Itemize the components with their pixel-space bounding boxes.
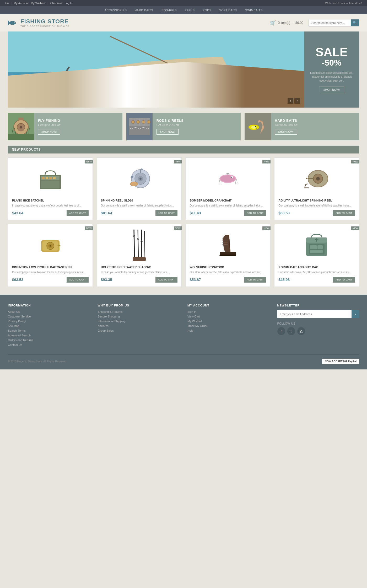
product-image-5[interactable] [101, 228, 177, 262]
product-name-4: DIMENSION LOW PROFILE BAITCAST REEL [12, 266, 89, 269]
footer-info-title: INFORMATION [8, 304, 90, 307]
product-desc-4: Our company is a well-known leader of fi… [12, 270, 89, 274]
footer: INFORMATION About Us Customer Service Pr… [0, 295, 367, 369]
product-footer-1: $81.64 ADD TO CART [101, 210, 177, 216]
product-price-5: $93.35 [101, 278, 112, 282]
new-badge-2: New [262, 160, 271, 163]
lang-selector[interactable]: En [5, 2, 9, 5]
nav-reels[interactable]: Reels [185, 9, 195, 12]
svg-rect-5 [8, 72, 304, 108]
svg-line-67 [138, 230, 138, 261]
promo-fly-shop-button[interactable]: SHOP NOW! [38, 129, 60, 135]
footer-track-order[interactable]: Track My Order [187, 324, 269, 327]
footer-secure-shopping[interactable]: Secure Shopping [98, 315, 180, 318]
login-link[interactable]: Log In [64, 2, 73, 5]
footer-bottom: © 2013 Magento Demo Store. All Rights Re… [8, 354, 359, 364]
facebook-icon[interactable]: f [277, 327, 285, 335]
footer-search-terms[interactable]: Search Terms [8, 329, 90, 332]
promo-rods-shop-button[interactable]: SHOP NOW! [156, 129, 179, 135]
svg-point-27 [137, 120, 140, 124]
nav-jigs-rigs[interactable]: Jigs-Rigs [161, 9, 177, 12]
add-to-cart-5[interactable]: ADD TO CART [155, 277, 177, 283]
add-to-cart-6[interactable]: ADD TO CART [244, 277, 266, 283]
add-to-cart-2[interactable]: ADD TO CART [244, 210, 266, 216]
promo-fly-fishing: FLY-FISHING Get up to 20% off SHOP NOW! [8, 113, 122, 140]
product-desc-0: In case you want to try out any of our g… [12, 204, 89, 208]
product-image-3[interactable] [278, 162, 355, 196]
product-footer-5: $93.35 ADD TO CART [101, 277, 177, 283]
new-badge-7: New [351, 226, 359, 230]
add-to-cart-1[interactable]: ADD TO CART [155, 210, 177, 216]
footer-my-wishlist[interactable]: My Wishlist [187, 320, 269, 323]
product-image-4[interactable] [12, 228, 89, 262]
product-image-7[interactable] [278, 228, 355, 262]
fish-icon [8, 19, 18, 27]
product-image-2[interactable] [190, 162, 266, 196]
nav-rods[interactable]: Rods [203, 9, 212, 12]
promo-rods-reels: RODS & REELS Get up to 20% off SHOP NOW! [126, 113, 241, 140]
hero-shop-now-button[interactable]: SHOP NOW! [319, 87, 344, 93]
product-footer-4: $63.53 ADD TO CART [12, 277, 89, 283]
product-card-7: New KORUM BAIT AND BITS BAG Our store of… [274, 224, 359, 287]
footer-my-account: MY ACCOUNT Sign In View Cart My Wishlist… [187, 304, 269, 348]
my-wishlist-link[interactable]: My Wishlist [31, 2, 45, 5]
newsletter-submit-button[interactable]: › [352, 310, 359, 318]
nav-accessories[interactable]: Accessories [104, 9, 127, 12]
footer-shipping-returns[interactable]: Shipping & Returns [98, 310, 180, 313]
svg-point-64 [50, 245, 51, 247]
svg-line-69 [144, 231, 145, 261]
search-box: 🔍 [309, 19, 359, 27]
search-input[interactable] [309, 20, 351, 26]
twitter-icon[interactable]: t [287, 327, 295, 335]
logo-text: FISHING STORE THE BIGGEST CHOICE ON THE … [20, 18, 69, 28]
add-to-cart-7[interactable]: ADD TO CART [333, 277, 355, 283]
hero-image: ‹ › [8, 31, 304, 108]
promo-baits-subtitle: Get up to 20% off [275, 123, 297, 126]
footer-orders-returns[interactable]: Orders and Returns [8, 338, 90, 342]
footer-information: INFORMATION About Us Customer Service Pr… [8, 304, 90, 348]
product-card-4: New DIMENSION LOW PROFILE BAITCAST REEL … [8, 224, 93, 287]
product-image-0[interactable] [12, 162, 89, 196]
add-to-cart-0[interactable]: ADD TO CART [67, 210, 89, 216]
search-button[interactable]: 🔍 [351, 19, 359, 26]
nav-soft-baits[interactable]: Soft Baits [219, 9, 237, 12]
rss-icon[interactable] [297, 327, 305, 335]
footer-privacy-policy[interactable]: Privacy Policy [8, 320, 90, 323]
product-image-6[interactable] [190, 228, 266, 262]
checkout-link[interactable]: Checkout [50, 2, 62, 5]
footer-international-shipping[interactable]: International Shipping [98, 320, 180, 323]
footer-about-us[interactable]: About Us [8, 310, 90, 313]
nav-swimbaits[interactable]: Swimbaits [245, 9, 262, 12]
cart-icon: 🛒 [270, 20, 276, 26]
footer-contact-us[interactable]: Contact Us [8, 343, 90, 346]
nav-hard-baits[interactable]: Hard Baits [134, 9, 153, 12]
hero-next-button[interactable]: › [294, 98, 300, 104]
svg-point-56 [316, 177, 320, 181]
footer-advanced-search[interactable]: Advanced Search [8, 334, 90, 337]
add-to-cart-4[interactable]: ADD TO CART [67, 277, 89, 283]
product-desc-6: Our store offers over 50,000 various pro… [190, 270, 266, 274]
add-to-cart-3[interactable]: ADD TO CART [333, 210, 355, 216]
footer-help[interactable]: Help [187, 329, 269, 332]
cart-info[interactable]: 🛒 0 item(s) - $0.00 [270, 20, 303, 26]
footer-view-cart[interactable]: View Cart [187, 315, 269, 318]
footer-customer-service[interactable]: Customer Service [8, 315, 90, 318]
footer-sign-in[interactable]: Sign In [187, 310, 269, 313]
logo[interactable]: FISHING STORE THE BIGGEST CHOICE ON THE … [8, 18, 69, 28]
promo-rods-image [126, 113, 153, 140]
svg-rect-37 [42, 177, 45, 179]
product-price-1: $81.64 [101, 211, 112, 215]
logo-subtitle: THE BIGGEST CHOICE ON THE WEB [20, 25, 69, 28]
my-account-link[interactable]: My Account [14, 2, 29, 5]
hero-prev-button[interactable]: ‹ [288, 98, 293, 104]
promo-fly-content: FLY-FISHING Get up to 20% off SHOP NOW! [34, 115, 64, 138]
footer-affiliates[interactable]: Affiliates [98, 324, 180, 327]
follow-us-label: FOLLOW US [277, 322, 359, 325]
footer-site-map[interactable]: Site Map [8, 324, 90, 327]
promo-baits-shop-button[interactable]: SHOP NOW! [275, 129, 297, 135]
product-image-1[interactable] [101, 162, 177, 196]
newsletter-email-input[interactable] [277, 310, 352, 318]
footer-group-sales[interactable]: Group Sales [98, 329, 180, 332]
svg-rect-40 [53, 177, 56, 179]
sale-title: SALE [316, 46, 348, 58]
